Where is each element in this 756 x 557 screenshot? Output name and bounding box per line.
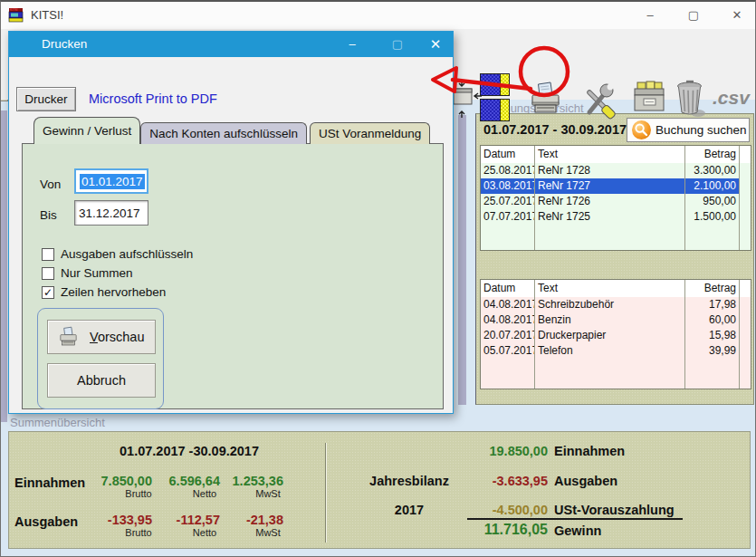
tab-nach-konten[interactable]: Nach Konten aufschlüsseln (140, 122, 307, 144)
checkbox-box-checked[interactable]: ✓ (42, 286, 54, 299)
annual-ust-label: USt-Vorauszahlung (554, 503, 675, 517)
close-button[interactable]: ✕ (719, 5, 755, 25)
jahresbilanz-year: 2017 (364, 503, 455, 517)
block-bottom (480, 99, 510, 121)
table-row[interactable]: 25.08.2017 ReNr 1728 3.300,00 (481, 163, 751, 178)
annual-einnahmen-value: 19.850,00 (457, 444, 548, 458)
minimize-button[interactable]: – (632, 5, 668, 25)
window-title: KITSI! (31, 8, 63, 22)
left-panel-edge (1, 110, 7, 422)
table-row[interactable]: 25.07.2017 ReNr 1726 950,00 (481, 194, 751, 209)
gewinn-value: 11.716,05 (448, 522, 548, 538)
dialog-maximize-button[interactable]: ▢ (378, 32, 416, 57)
checkbox-nur-summen[interactable]: Nur Summen (42, 266, 133, 280)
bis-input[interactable]: 31.12.2017 (74, 200, 148, 226)
brutto-label: Brutto (111, 488, 166, 499)
netto-label: Netto (177, 488, 232, 499)
tab-ust-voranmeldung[interactable]: USt Voranmeldung (310, 122, 430, 144)
annual-ust-value: -4.500,00 (457, 503, 548, 517)
von-label: Von (40, 178, 61, 191)
dialog-minimize-button[interactable]: – (333, 32, 371, 57)
einnahmen-row-label: Einnahmen (14, 475, 85, 490)
jahresbilanz-label: Jahresbilanz (364, 474, 455, 488)
app-logo-icon: KITSI (8, 7, 25, 23)
ausgaben-row-label: Ausgaben (14, 514, 78, 529)
svg-text:KITSI: KITSI (10, 8, 18, 12)
expense-table-header: Datum Text Betrag (481, 280, 751, 297)
gewinn-label: Gewinn (554, 523, 601, 538)
von-value: 01.01.2017 (80, 174, 145, 189)
checkbox-box[interactable] (42, 248, 54, 261)
checkbox-label: Ausgaben aufschlüsseln (61, 247, 193, 261)
app-window: KITSI KITSI! – ▢ ✕ (0, 0, 756, 557)
ausgaben-brutto: -133,95 (89, 513, 152, 527)
ausgaben-netto: -112,57 (157, 513, 220, 527)
printer-icon[interactable] (529, 81, 562, 117)
abbruch-button[interactable]: Abbruch (47, 363, 156, 398)
annual-ausgaben-value: -3.633,95 (457, 474, 548, 488)
income-table: Datum Text Betrag 25.08.2017 ReNr 1728 3… (480, 145, 751, 251)
booking-date-range: 01.07.2017 - 30.09.2017 (483, 122, 627, 137)
bis-label: Bis (40, 208, 57, 222)
mwst-label: MwSt (241, 488, 295, 499)
blue-yellow-blocks-icon[interactable] (480, 73, 510, 122)
dialog-title: Drucken (42, 37, 87, 51)
summary-divider (325, 443, 327, 543)
search-icon (632, 120, 651, 139)
block-top (480, 73, 510, 96)
print-dialog: Drucken – ▢ ✕ Drucker Microsoft Print to… (8, 31, 454, 414)
drucker-button[interactable]: Drucker (16, 87, 76, 111)
bis-value: 31.12.2017 (79, 206, 140, 220)
selected-printer-name: Microsoft Print to PDF (89, 91, 217, 106)
fit-window-icon[interactable] (448, 76, 484, 121)
einnahmen-brutto: 7.850,00 (89, 474, 152, 488)
gewinn-verlust-panel: Von 01.01.2017 Bis 31.12.2017 Ausgaben a… (22, 143, 444, 409)
summary-section-title: Summenübersicht (10, 416, 105, 429)
table-row[interactable]: 20.07.2017 Druckerpapier 15,98 (481, 328, 751, 343)
sum-underline (467, 518, 683, 520)
income-table-header: Datum Text Betrag (481, 146, 751, 163)
annual-ausgaben-label: Ausgaben (554, 474, 617, 488)
einnahmen-netto: 6.596,64 (157, 474, 220, 488)
dialog-titlebar: Drucken – ▢ ✕ (9, 32, 453, 57)
checkbox-box[interactable] (42, 267, 54, 280)
search-booking-button[interactable]: Buchung suchen (627, 118, 750, 142)
checkbox-label: Nur Summen (61, 266, 133, 280)
vorschau-label: Vorschau (90, 330, 144, 344)
table-row-selected[interactable]: 03.08.2017 ReNr 1727 2.100,00 (481, 178, 751, 194)
maximize-button[interactable]: ▢ (675, 5, 712, 25)
checkbox-label: Zeilen hervorheben (61, 285, 166, 299)
booking-panel: 01.07.2017 - 30.09.2017 Buchung suchen D… (475, 113, 754, 405)
search-booking-label: Buchung suchen (656, 123, 747, 137)
expense-table: Datum Text Betrag 04.08.2017 Schreibzube… (480, 279, 751, 389)
table-row[interactable]: 05.07.2017 Telefon 39,99 (481, 343, 751, 359)
csv-export-button[interactable]: .csv (713, 87, 750, 109)
summary-date-range: 01.07.2017 -30.09.2017 (120, 444, 259, 458)
table-row[interactable]: 07.07.2017 ReNr 1725 1.500,00 (481, 209, 751, 225)
mwst-label: MwSt (241, 527, 295, 538)
von-input[interactable]: 01.01.2017 (74, 168, 148, 194)
annual-einnahmen-label: Einnahmen (554, 444, 625, 458)
trash-icon[interactable] (674, 77, 708, 119)
archive-box-icon[interactable] (632, 79, 666, 115)
tab-gewinn-verlust[interactable]: Gewinn / Verlust (33, 117, 140, 144)
main-titlebar: KITSI KITSI! – ▢ ✕ (1, 2, 755, 29)
ausgaben-mwst: -21,38 (220, 513, 283, 527)
brutto-label: Brutto (111, 527, 166, 538)
checkbox-ausgaben-aufschluesseln[interactable]: Ausgaben aufschlüsseln (42, 247, 193, 261)
abbruch-label: Abbruch (77, 373, 126, 388)
mid-panel-edge (458, 115, 466, 405)
checkbox-zeilen-hervorheben[interactable]: ✓ Zeilen hervorheben (42, 285, 166, 299)
dialog-close-button[interactable]: ✕ (416, 32, 455, 57)
summary-panel: 01.07.2017 -30.09.2017 Einnahmen 7.850,0… (8, 431, 751, 549)
table-row[interactable]: 04.08.2017 Benzin 60,00 (481, 312, 751, 328)
action-group-box: Vorschau Abbruch (37, 308, 164, 409)
tools-icon[interactable] (582, 82, 617, 120)
dialog-tabs: Gewinn / Verlust Nach Konten aufschlüsse… (33, 117, 430, 144)
netto-label: Netto (177, 527, 232, 538)
table-row[interactable]: 04.08.2017 Schreibzubehör 17,98 (481, 297, 751, 312)
printer-preview-icon (56, 326, 81, 348)
vorschau-button[interactable]: Vorschau (47, 320, 156, 354)
einnahmen-mwst: 1.253,36 (220, 474, 283, 488)
